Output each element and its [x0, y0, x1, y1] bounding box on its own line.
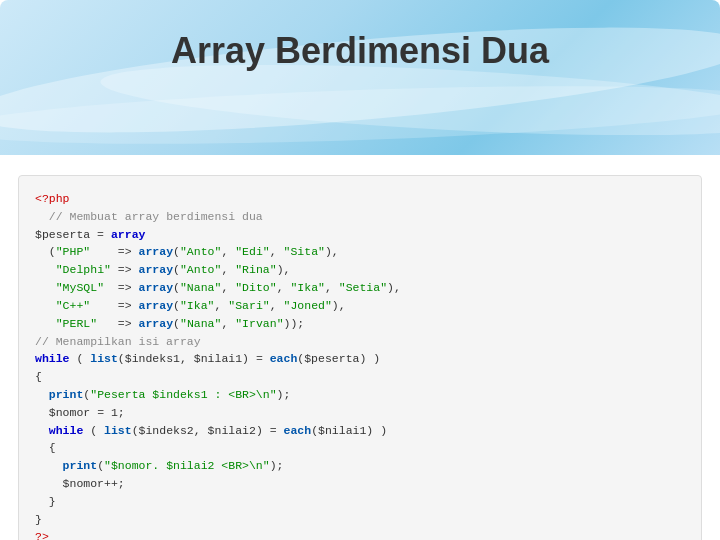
str-cpp: "C++" [56, 299, 91, 312]
slide: Array Berdimensi Dua <?php // Membuat ar… [0, 0, 720, 540]
kw-while1: while [35, 352, 70, 365]
str-ika2: "Ika" [180, 299, 215, 312]
php-open-tag: <?php [35, 192, 70, 205]
str-sari: "Sari" [228, 299, 269, 312]
str-delphi: "Delphi" [56, 263, 111, 276]
var-indeks1: $indeks1 [125, 352, 180, 365]
var-nomor: $nomor [49, 406, 90, 419]
code-block: <?php // Membuat array berdimensi dua $p… [18, 175, 702, 540]
fn-print1: print [49, 388, 84, 401]
str-ika1: "Ika" [290, 281, 325, 294]
comment-2: // Menampilkan isi array [35, 335, 201, 348]
slide-title: Array Berdimensi Dua [0, 30, 720, 72]
fn-list2: list [104, 424, 132, 437]
str-joned: "Joned" [284, 299, 332, 312]
fn-array4: array [139, 281, 174, 294]
str-dito: "Dito" [235, 281, 276, 294]
str-nana2: "Nana" [180, 317, 221, 330]
str-php: "PHP" [56, 245, 91, 258]
str-setia: "Setia" [339, 281, 387, 294]
kw-array1: array [111, 228, 146, 241]
var-indeks2: $indeks2 [139, 424, 194, 437]
var-peserta2: $peserta [304, 352, 359, 365]
var-nilai2: $nilai2 [208, 424, 256, 437]
str-print1: "Peserta $indeks1 : <BR>\n" [90, 388, 276, 401]
var-nilai1: $nilai1 [194, 352, 242, 365]
var-nilai1b: $nilai1 [318, 424, 366, 437]
fn-array5: array [139, 299, 174, 312]
str-edi: "Edi" [235, 245, 270, 258]
str-perl: "PERL" [56, 317, 97, 330]
kw-while2: while [49, 424, 84, 437]
str-rina: "Rina" [235, 263, 276, 276]
str-mysql: "MySQL" [56, 281, 104, 294]
str-anto1: "Anto" [180, 245, 221, 258]
var-peserta: $peserta [35, 228, 90, 241]
fn-print2: print [63, 459, 98, 472]
str-print2: "$nomor. $nilai2 <BR>\n" [104, 459, 270, 472]
str-anto2: "Anto" [180, 263, 221, 276]
str-sita: "Sita" [284, 245, 325, 258]
fn-each1: each [270, 352, 298, 365]
php-close-tag: ?> [35, 530, 49, 540]
var-nomor-inc: $nomor [63, 477, 104, 490]
content-area: <?php // Membuat array berdimensi dua $p… [0, 155, 720, 540]
fn-array6: array [139, 317, 174, 330]
str-nana1: "Nana" [180, 281, 221, 294]
fn-array2: array [139, 245, 174, 258]
comment-1: // Membuat array berdimensi dua [49, 210, 263, 223]
fn-list1: list [90, 352, 118, 365]
str-irvan: "Irvan" [235, 317, 283, 330]
fn-each2: each [284, 424, 312, 437]
fn-array3: array [139, 263, 174, 276]
header-area: Array Berdimensi Dua [0, 0, 720, 155]
